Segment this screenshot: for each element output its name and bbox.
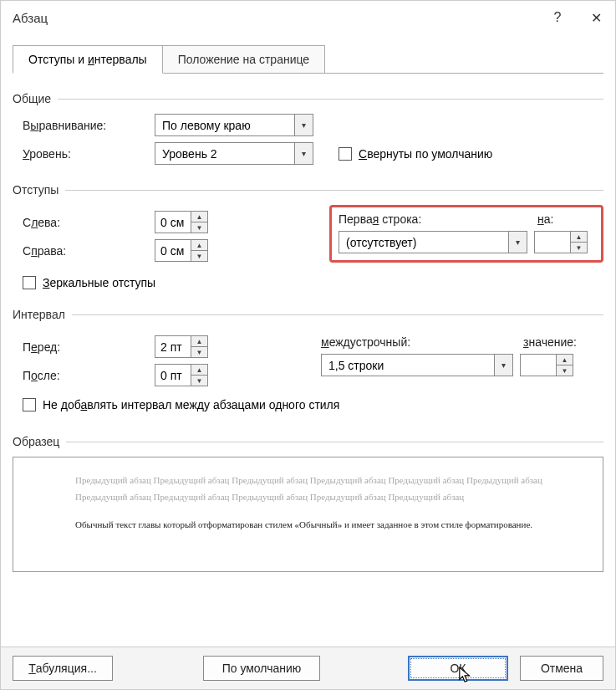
ok-button-label: ОК [450, 662, 466, 675]
tab-indents-spacing[interactable]: Отступы и интервалы [13, 45, 163, 74]
line-spacing-at-spinner[interactable]: ▲▼ [520, 354, 573, 376]
indent-right-value: 0 см [155, 240, 191, 261]
group-indents: Отступы [13, 183, 603, 197]
spin-down-icon: ▼ [191, 375, 207, 386]
spin-up-icon: ▲ [571, 232, 587, 242]
collapsed-by-default-label: Свернуты по умолчанию [359, 147, 492, 161]
group-indents-title: Отступы [13, 183, 65, 197]
group-preview: Образец [13, 435, 603, 448]
tabs-button[interactable]: Табуляция... [13, 656, 113, 681]
line-spacing-value: 1,5 строки [322, 355, 494, 376]
spin-down-icon: ▼ [571, 242, 587, 253]
line-spacing-combo[interactable]: 1,5 строки ▾ [321, 354, 513, 376]
outline-level-combo[interactable]: Уровень 2 ▾ [155, 142, 313, 165]
button-bar: Табуляция... По умолчанию ОК Отмена [1, 647, 615, 689]
spin-up-icon: ▲ [191, 240, 207, 250]
group-spacing: Интервал [13, 308, 603, 321]
first-line-by-label: на: [537, 212, 596, 226]
ok-button[interactable]: ОК [408, 656, 508, 681]
spin-up-icon: ▲ [191, 365, 207, 375]
indent-left-value: 0 см [155, 212, 191, 233]
collapsed-by-default-checkbox[interactable]: Свернуты по умолчанию [339, 147, 492, 161]
paragraph-dialog: Абзац ? ✕ Отступы и интервалы Положение … [0, 0, 616, 690]
spin-down-icon: ▼ [191, 250, 207, 261]
help-button[interactable]: ? [538, 1, 577, 34]
group-spacing-title: Интервал [13, 308, 72, 321]
spin-up-icon: ▲ [557, 355, 573, 365]
spin-up-icon: ▲ [191, 336, 207, 346]
preview-sample-text: Обычный текст главы который отформатиров… [75, 516, 581, 534]
outline-level-label: Уровень: [23, 147, 148, 161]
cancel-button[interactable]: Отмена [520, 656, 603, 681]
no-space-same-style-checkbox[interactable]: Не добавлять интервал между абзацами одн… [23, 398, 339, 411]
indent-right-label: Справа: [23, 244, 148, 258]
spacing-before-label: Перед: [23, 340, 148, 354]
tab-strip: Отступы и интервалы Положение на страниц… [13, 44, 603, 74]
first-line-highlight: Первая строка: на: (отсутствует) ▾ ▲▼ [329, 205, 603, 263]
dialog-title: Абзац [13, 11, 48, 25]
dropdown-icon: ▾ [494, 355, 512, 376]
first-line-label: Первая строка: [339, 212, 531, 226]
dropdown-icon: ▾ [508, 232, 527, 253]
spacing-after-spinner[interactable]: 0 пт ▲▼ [155, 364, 208, 386]
group-general: Общие [13, 92, 603, 105]
spacing-after-label: После: [23, 369, 148, 382]
checkbox-icon [23, 276, 36, 289]
line-spacing-label: междустрочный: [321, 335, 517, 349]
spin-down-icon: ▼ [191, 222, 207, 233]
titlebar: Абзац ? ✕ [1, 1, 615, 34]
tab-page-position[interactable]: Положение на странице [163, 45, 325, 74]
line-spacing-at-label: значение: [523, 335, 577, 349]
checkbox-icon [23, 398, 36, 411]
dropdown-icon: ▾ [294, 143, 313, 164]
close-button[interactable]: ✕ [577, 1, 615, 34]
checkbox-icon [339, 147, 352, 161]
spacing-before-spinner[interactable]: 2 пт ▲▼ [155, 335, 208, 358]
spin-up-icon: ▲ [191, 212, 207, 222]
mirror-indents-label: Зеркальные отступы [43, 276, 155, 289]
line-spacing-at-value [521, 355, 556, 376]
no-space-same-style-label: Не добавлять интервал между абзацами одн… [43, 398, 339, 411]
spacing-after-value: 0 пт [155, 365, 191, 386]
set-default-button[interactable]: По умолчанию [203, 656, 320, 681]
alignment-value: По левому краю [155, 115, 294, 135]
alignment-combo[interactable]: По левому краю ▾ [155, 114, 313, 136]
spin-down-icon: ▼ [557, 365, 573, 376]
indent-right-spinner[interactable]: 0 см ▲▼ [155, 239, 208, 262]
first-line-value: (отсутствует) [339, 232, 508, 253]
first-line-by-spinner[interactable]: ▲▼ [534, 231, 588, 253]
indent-left-spinner[interactable]: 0 см ▲▼ [155, 211, 208, 233]
spin-down-icon: ▼ [191, 346, 207, 357]
indent-left-label: Слева: [23, 216, 148, 229]
mirror-indents-checkbox[interactable]: Зеркальные отступы [23, 276, 155, 289]
group-preview-title: Образец [13, 435, 66, 448]
outline-level-value: Уровень 2 [155, 143, 294, 164]
alignment-label: Выравнивание: [23, 119, 148, 132]
preview-previous-text: Предыдущий абзац Предыдущий абзац Предыд… [75, 473, 581, 506]
preview-panel: Предыдущий абзац Предыдущий абзац Предыд… [13, 457, 603, 572]
group-general-title: Общие [13, 92, 58, 105]
first-line-combo[interactable]: (отсутствует) ▾ [339, 231, 527, 253]
spacing-before-value: 2 пт [155, 336, 191, 357]
first-line-by-value [535, 232, 570, 253]
dropdown-icon: ▾ [294, 115, 313, 135]
